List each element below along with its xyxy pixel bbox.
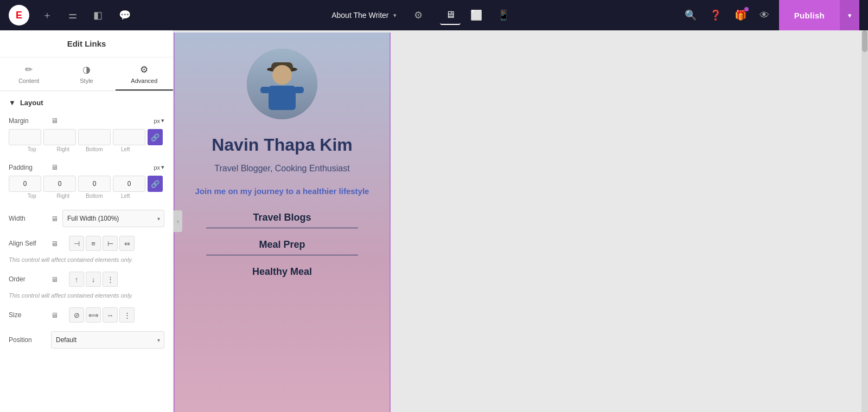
order-label: Order bbox=[9, 275, 47, 283]
search-button[interactable]: 🔍 bbox=[681, 6, 700, 24]
layout-arrow-icon: ▼ bbox=[9, 99, 16, 107]
align-self-note: This control will affect contained eleme… bbox=[0, 255, 173, 267]
tab-advanced[interactable]: ⚙ Advanced bbox=[116, 57, 173, 91]
size-row: Size 🖥 ⊘ ⟺ ↔ ⋮ bbox=[0, 303, 173, 327]
desktop-device-button[interactable]: 🖥 bbox=[440, 6, 461, 25]
advanced-tab-icon: ⚙ bbox=[140, 64, 148, 75]
blog-divider-2 bbox=[206, 255, 358, 255]
padding-unit-selector[interactable]: px ▾ bbox=[154, 164, 164, 171]
padding-field-row: Padding 🖥 px ▾ bbox=[0, 159, 173, 176]
padding-top-label: Top bbox=[17, 193, 47, 199]
align-self-label: Align Self bbox=[9, 240, 47, 247]
position-row: Position Default Absolute Fixed ▾ bbox=[0, 327, 173, 353]
width-select-wrap: Full Width (100%) Custom ▾ bbox=[62, 210, 164, 227]
padding-bottom-label: Bottom bbox=[80, 193, 109, 199]
padding-left-input[interactable] bbox=[113, 176, 145, 192]
help-button[interactable]: ❓ bbox=[706, 6, 725, 24]
margin-link-button[interactable]: 🔗 bbox=[148, 129, 163, 145]
order-end-button[interactable]: ↓ bbox=[86, 272, 101, 287]
tablet-device-button[interactable]: ⬜ bbox=[465, 6, 488, 24]
panel-title: Edit Links bbox=[0, 30, 173, 57]
padding-inputs-row: 🔗 bbox=[9, 176, 164, 192]
margin-right-input[interactable] bbox=[43, 129, 76, 145]
size-shrink-button[interactable]: ↔ bbox=[103, 307, 118, 323]
margin-unit-selector[interactable]: px ▾ bbox=[154, 117, 164, 124]
position-select[interactable]: Default Absolute Fixed bbox=[51, 331, 164, 349]
align-self-center-button[interactable]: ≡ bbox=[86, 236, 101, 251]
margin-left-input[interactable] bbox=[113, 129, 145, 145]
margin-bottom-label: Bottom bbox=[80, 146, 109, 152]
panel-tabs: ✏ Content ◑ Style ⚙ Advanced bbox=[0, 57, 173, 91]
tab-content[interactable]: ✏ Content bbox=[0, 57, 58, 91]
preview-button[interactable]: 👁 bbox=[756, 7, 773, 24]
padding-label: Padding bbox=[9, 164, 47, 171]
align-self-start-button[interactable]: ⊣ bbox=[69, 236, 84, 251]
layout-section-header[interactable]: ▼ Layout bbox=[0, 91, 173, 112]
size-no-resize-button[interactable]: ⊘ bbox=[69, 307, 84, 323]
writer-tagline: Join me on my journey to a healthier lif… bbox=[195, 186, 369, 196]
svg-rect-3 bbox=[269, 86, 296, 110]
padding-bottom-input[interactable] bbox=[78, 176, 111, 192]
writer-name: Navin Thapa Kim bbox=[212, 134, 353, 155]
mobile-device-button[interactable]: 📱 bbox=[492, 6, 515, 24]
blog-link-meal-prep[interactable]: Meal Prep bbox=[259, 239, 305, 250]
margin-bottom-input[interactable] bbox=[78, 129, 111, 145]
order-row: Order 🖥 ↑ ↓ ⋮ bbox=[0, 267, 173, 291]
vertical-scrollbar[interactable] bbox=[861, 30, 868, 412]
margin-field-row: Margin 🖥 px ▾ bbox=[0, 112, 173, 129]
position-label: Position bbox=[9, 336, 47, 344]
writer-subtitle: Travel Blogger, Cooking Enthusiast bbox=[214, 164, 349, 173]
advanced-tab-label: Advanced bbox=[131, 78, 157, 84]
page-selector-button[interactable]: About The Writer ▾ bbox=[331, 11, 396, 20]
style-tab-label: Style bbox=[80, 78, 93, 84]
padding-top-input[interactable] bbox=[9, 176, 41, 192]
add-element-button[interactable]: ＋ bbox=[39, 5, 55, 25]
publish-button[interactable]: Publish bbox=[779, 0, 840, 30]
svg-point-2 bbox=[272, 65, 292, 85]
settings-button[interactable]: ⚙ bbox=[414, 9, 423, 21]
tab-style[interactable]: ◑ Style bbox=[58, 57, 115, 91]
size-custom-button[interactable]: ⋮ bbox=[119, 307, 135, 323]
canvas-page-preview: Navin Thapa Kim Travel Blogger, Cooking … bbox=[174, 33, 391, 412]
responsive-mode-button[interactable]: ⚌ bbox=[65, 6, 80, 24]
align-self-stretch-button[interactable]: ⇔ bbox=[119, 236, 135, 251]
blog-link-healthy-meal[interactable]: Healthy Meal bbox=[252, 266, 312, 278]
padding-inputs-wrap: 🔗 Top Right Bottom Left bbox=[0, 176, 173, 205]
margin-top-label: Top bbox=[17, 146, 47, 152]
margin-input-labels: Top Right Bottom Left bbox=[9, 145, 164, 157]
elementor-logo[interactable]: E bbox=[9, 5, 29, 25]
width-select[interactable]: Full Width (100%) Custom bbox=[62, 210, 164, 227]
size-grow-button[interactable]: ⟺ bbox=[86, 307, 101, 323]
person-illustration bbox=[258, 54, 307, 114]
padding-right-label: Right bbox=[49, 193, 78, 199]
gift-button[interactable]: 🎁 bbox=[731, 6, 750, 24]
avatar bbox=[247, 49, 317, 119]
margin-label: Margin bbox=[9, 117, 47, 125]
panel-content-area: ▼ Layout Margin 🖥 px ▾ 🔗 bbox=[0, 91, 173, 364]
margin-right-label: Right bbox=[49, 146, 78, 152]
svg-rect-5 bbox=[294, 87, 304, 93]
panel-collapse-handle[interactable]: ‹ bbox=[174, 210, 182, 232]
publish-dropdown-button[interactable]: ▾ bbox=[840, 0, 859, 30]
guide-line-right bbox=[390, 33, 391, 412]
padding-input-labels: Top Right Bottom Left bbox=[9, 192, 164, 203]
comments-button[interactable]: 💬 bbox=[116, 6, 134, 24]
margin-device-icon: 🖥 bbox=[51, 117, 58, 125]
main-layout: Edit Links ✏ Content ◑ Style ⚙ Advanced … bbox=[0, 30, 868, 412]
margin-top-input[interactable] bbox=[9, 129, 41, 145]
scrollbar-thumb[interactable] bbox=[862, 30, 867, 52]
left-panel: Edit Links ✏ Content ◑ Style ⚙ Advanced … bbox=[0, 30, 174, 412]
blog-link-travel[interactable]: Travel Blogs bbox=[253, 212, 311, 223]
order-device-icon: 🖥 bbox=[51, 275, 58, 284]
padding-right-input[interactable] bbox=[43, 176, 76, 192]
margin-inputs-row: 🔗 bbox=[9, 129, 164, 145]
layout-section-label: Layout bbox=[20, 99, 43, 107]
margin-left-label: Left bbox=[111, 146, 141, 152]
layers-button[interactable]: ◧ bbox=[90, 6, 106, 24]
order-start-button[interactable]: ↑ bbox=[69, 272, 84, 287]
align-self-buttons: ⊣ ≡ ⊢ ⇔ bbox=[69, 236, 135, 251]
style-tab-icon: ◑ bbox=[82, 64, 91, 75]
align-self-end-button[interactable]: ⊢ bbox=[103, 236, 118, 251]
order-custom-button[interactable]: ⋮ bbox=[103, 272, 118, 287]
padding-link-button[interactable]: 🔗 bbox=[148, 176, 163, 192]
